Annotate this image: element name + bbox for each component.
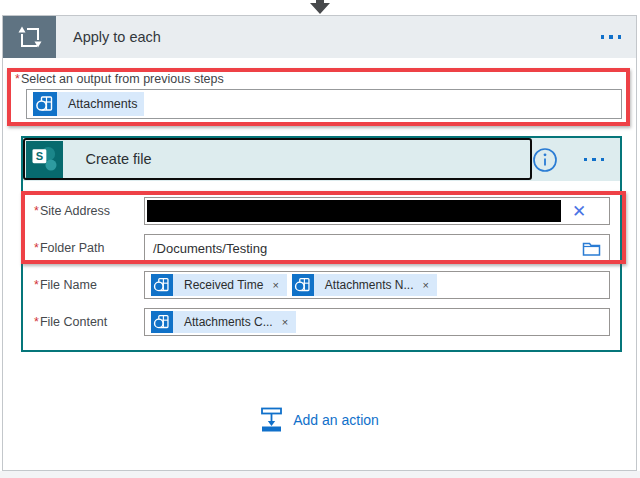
outlook-icon (151, 311, 173, 333)
folder-picker-icon[interactable] (582, 240, 601, 257)
attachments-content-token[interactable]: Attachments C... × (151, 311, 296, 333)
attachments-name-token[interactable]: Attachments N... × (292, 274, 437, 296)
select-output-input[interactable]: Attachments (26, 89, 622, 119)
apply-to-each-card: Apply to each *Select an output from pre… (2, 15, 637, 471)
remove-token-icon[interactable]: × (280, 316, 296, 328)
connector-arrow-icon (302, 0, 338, 14)
apply-to-each-header[interactable]: Apply to each (3, 16, 636, 58)
svg-text:S: S (35, 150, 42, 162)
outlook-icon (151, 274, 173, 296)
remove-token-icon[interactable]: × (421, 279, 437, 291)
apply-to-each-menu-button[interactable] (601, 16, 622, 58)
file-content-label: *File Content (34, 315, 107, 329)
file-name-label: *File Name (34, 278, 97, 292)
remove-token-icon[interactable]: × (270, 279, 286, 291)
select-output-label: *Select an output from previous steps (15, 72, 224, 86)
clear-icon[interactable]: ✕ (572, 203, 586, 220)
required-marker: * (34, 241, 39, 255)
required-marker: * (15, 72, 20, 86)
sharepoint-icon: S (26, 141, 63, 178)
file-content-input[interactable]: Attachments C... × (144, 308, 610, 336)
required-marker: * (34, 315, 39, 329)
attachments-token[interactable]: Attachments (33, 92, 144, 116)
folder-path-value: /Documents/Testing (153, 241, 582, 256)
create-file-title: Create file (86, 151, 152, 167)
apply-to-each-title: Apply to each (73, 16, 161, 58)
create-file-header: S Create file (23, 138, 620, 181)
apply-to-each-loop-icon (3, 16, 56, 58)
folder-path-input[interactable]: /Documents/Testing (144, 234, 610, 262)
info-icon[interactable] (532, 147, 558, 173)
create-file-title-button[interactable]: S Create file (23, 138, 532, 180)
attachments-token-label: Attachments (57, 97, 144, 111)
site-address-label: *Site Address (34, 204, 110, 218)
add-action-button[interactable]: Add an action (3, 407, 636, 432)
site-address-input[interactable]: ✕ (144, 197, 610, 225)
canvas-background (0, 471, 640, 478)
redacted-site-address-value (147, 200, 561, 222)
create-file-menu-button[interactable] (584, 138, 605, 181)
required-marker: * (34, 204, 39, 218)
outlook-icon (33, 92, 57, 116)
create-file-card: S Create file *Site Address ✕ (21, 136, 622, 352)
add-action-icon (260, 407, 283, 432)
outlook-icon (292, 274, 314, 296)
add-action-label: Add an action (293, 412, 379, 428)
folder-path-label: *Folder Path (34, 241, 105, 255)
received-time-token[interactable]: Received Time × (151, 274, 287, 296)
required-marker: * (34, 278, 39, 292)
file-name-input[interactable]: Received Time × Attachments N... × (144, 271, 610, 299)
